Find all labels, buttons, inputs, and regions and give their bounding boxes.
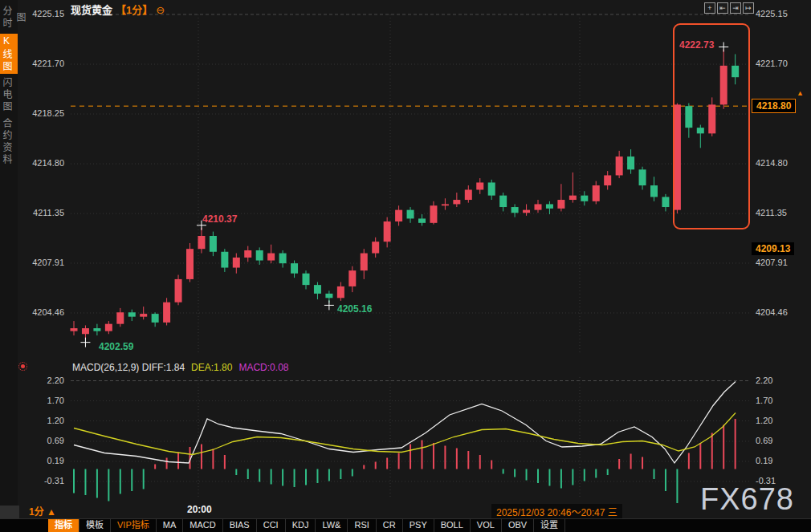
trading-app-window: 分时图 K线图 闪电图 合约资料 现货黄金【1分】⊖ + ⇤ ⇥ ↦ 4225.… (0, 0, 811, 532)
macd-dea-value: DEA:1.80 (191, 362, 232, 373)
pan-icon[interactable]: + (704, 2, 715, 14)
candle-body (372, 242, 379, 253)
candle-body (233, 258, 240, 268)
candle-body (627, 156, 634, 169)
candle-body (535, 204, 542, 209)
sidebar-tab-kline-chart[interactable]: K线图 (0, 34, 18, 74)
candle-body (674, 104, 681, 209)
toolbar-tab-boll[interactable]: BOLL (434, 519, 471, 532)
go-to-latest-icon[interactable]: ↦ (743, 2, 754, 14)
toolbar-spacer (0, 519, 48, 532)
left-sidebar: 分时图 K线图 闪电图 合约资料 (0, 0, 18, 519)
candle-body (442, 204, 449, 205)
candle-body (593, 185, 600, 201)
candle-body (348, 270, 356, 286)
candle-body (140, 314, 147, 317)
candle-body (407, 210, 414, 219)
step-forward-icon[interactable]: ⇥ (730, 2, 741, 14)
sidebar-tab-contract-info[interactable]: 合约资料 (0, 116, 18, 169)
candle-body (279, 254, 287, 264)
candle-body (557, 200, 564, 209)
candle-body (569, 196, 577, 200)
candle-body (152, 314, 159, 323)
candle-body (186, 249, 194, 279)
candle-body (430, 205, 437, 223)
toolbar-tab-rsi[interactable]: RSI (348, 519, 376, 532)
candle-body (175, 279, 182, 303)
candle-body (163, 303, 170, 323)
toolbar-tab-indicator[interactable]: 指标 (48, 519, 79, 532)
candle-body (128, 312, 136, 316)
candle-body (546, 204, 553, 208)
candle-body (291, 263, 298, 274)
period-selector[interactable]: 1分 ▲ (29, 504, 56, 518)
candle-body (685, 106, 692, 128)
candle-body (82, 328, 89, 334)
toolbar-tab-psy[interactable]: PSY (403, 519, 434, 532)
period-tag: 【1分】 (116, 4, 153, 16)
toolbar-tab-kdj[interactable]: KDJ (286, 519, 316, 532)
candle-body (604, 175, 611, 185)
candle-body (720, 66, 727, 105)
candle-body (418, 218, 426, 222)
candle-body (244, 250, 251, 258)
candle-body (337, 286, 344, 298)
macd-dea-line (74, 413, 736, 455)
toolbar-tab-settings[interactable]: 设置 (534, 519, 565, 532)
macd-diff-line (74, 382, 736, 464)
toolbar-tab-template[interactable]: 模板 (79, 519, 111, 532)
chart-header: 现货黄金【1分】⊖ (71, 2, 165, 17)
candle-body (697, 128, 704, 133)
candle-body (465, 189, 472, 200)
candle-body (267, 254, 275, 261)
prev-close-label: 4209.13 (752, 242, 794, 255)
candle-body (395, 210, 402, 221)
current-price-label: 4218.80 (752, 99, 796, 113)
candle-body (314, 285, 321, 294)
candle-body (303, 274, 310, 285)
alert-blink-icon[interactable] (21, 364, 25, 368)
instrument-title: 现货黄金 (71, 4, 112, 16)
candle-body (384, 221, 391, 242)
candle-body (453, 200, 460, 204)
candle-body (511, 207, 519, 213)
toolbar-tab-cci[interactable]: CCI (257, 519, 286, 532)
candle-body (732, 66, 739, 77)
toolbar-tab-bias[interactable]: BIAS (223, 519, 257, 532)
candle-body (708, 104, 715, 133)
indicator-toolbar: 指标 模板 VIP指标 MA MACD BIAS CCI KDJ LW& RSI… (0, 518, 811, 532)
candle-body (198, 236, 205, 249)
toolbar-tab-vip-indicator[interactable]: VIP指标 (111, 519, 157, 532)
toolbar-tab-vol[interactable]: VOL (471, 519, 502, 532)
candle-body (639, 169, 646, 185)
candle-body (581, 196, 588, 201)
candle-body (71, 328, 78, 331)
collapse-circle-icon[interactable]: ⊖ (156, 4, 165, 16)
candle-body (105, 324, 112, 331)
sidebar-tab-time-chart[interactable]: 分时图 (0, 2, 18, 34)
candle-body (523, 210, 530, 213)
candle-body (662, 197, 669, 207)
candle-body (476, 182, 483, 189)
toolbar-tab-macd[interactable]: MACD (183, 519, 222, 532)
candle-body (221, 252, 228, 268)
zoom-fit-icon[interactable]: ⇤ (717, 2, 728, 14)
macd-legend: MACD(26,12,9) DIFF:1.84DEA:1.80MACD:0.08 (72, 362, 288, 373)
watermark-logo: FX678 (700, 482, 794, 517)
candle-body (488, 182, 495, 195)
x-axis-time-label: 20:00 (187, 504, 212, 515)
date-range-label: 2025/12/03 20:46～20:47 三 (491, 504, 622, 519)
toolbar-tab-ma[interactable]: MA (157, 519, 184, 532)
toolbar-tab-obv[interactable]: OBV (502, 519, 534, 532)
candle-body (616, 156, 623, 175)
sidebar-tab-flash-chart[interactable]: 闪电图 (0, 75, 18, 115)
corner-block (0, 506, 19, 519)
candle-body (499, 196, 507, 207)
macd-params-and-diff: MACD(26,12,9) DIFF:1.84 (72, 362, 185, 373)
chart-canvas[interactable] (0, 0, 811, 532)
candle-body (116, 312, 124, 323)
candle-body (325, 294, 332, 298)
toolbar-tab-lw[interactable]: LW& (316, 519, 348, 532)
toolbar-tab-cr[interactable]: CR (377, 519, 403, 532)
price-up-arrow-icon: ▲ (797, 89, 804, 97)
